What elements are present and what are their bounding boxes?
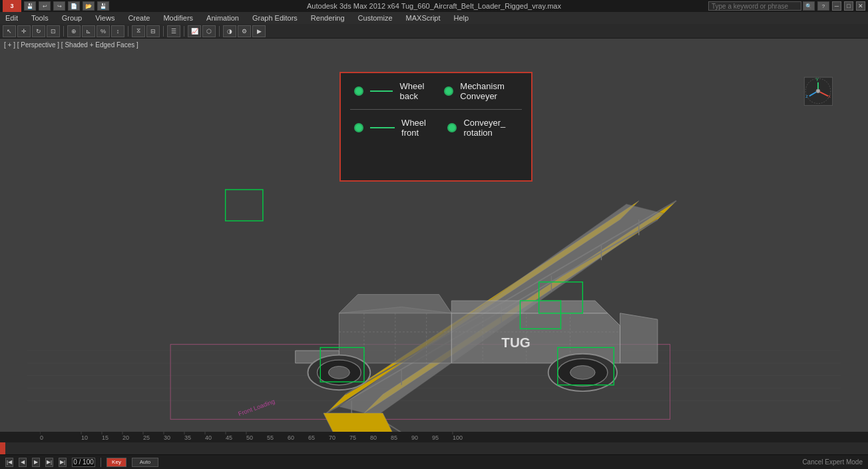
- save-icon[interactable]: 💾: [97, 1, 109, 11]
- svg-marker-40: [620, 313, 658, 363]
- menu-maxscript[interactable]: MAXScript: [403, 14, 443, 22]
- quick-access-icon[interactable]: 💾: [24, 1, 36, 11]
- menu-help[interactable]: Help: [451, 14, 472, 22]
- new-icon[interactable]: 📄: [68, 1, 80, 11]
- menu-edit[interactable]: Edit: [3, 14, 21, 22]
- percent-snap-tool[interactable]: %: [97, 25, 110, 37]
- svg-line-56: [809, 91, 818, 96]
- help-icon[interactable]: ?: [817, 1, 829, 11]
- svg-marker-29: [451, 301, 608, 313]
- legend-row-2: Wheel front Conveyer_ rotation: [341, 110, 531, 146]
- svg-rect-50: [539, 282, 583, 313]
- open-icon[interactable]: 📂: [83, 1, 95, 11]
- timeline-numbers-bar: 0 10 15 20 25 30 35 40 45 50 55 60 65 70…: [0, 432, 868, 442]
- next-frame-button[interactable]: ▶|: [45, 458, 53, 467]
- title-bar-left: 3 💾 ↩ ↪ 📄 📂 💾: [3, 0, 109, 12]
- viewport-label: [ + ] [ Perspective ] [ Shaded + Edged F…: [4, 41, 138, 49]
- toolbar-separator-1: [63, 26, 64, 37]
- current-frame-value: 0 / 100: [72, 458, 95, 467]
- svg-text:0: 0: [40, 434, 43, 441]
- spinner-snap-tool[interactable]: ↕: [111, 25, 124, 37]
- prev-frame-button[interactable]: ◀: [19, 458, 27, 467]
- svg-text:Front Loading: Front Loading: [238, 398, 276, 417]
- set-key-button[interactable]: Key: [107, 458, 126, 467]
- close-button[interactable]: ✕: [856, 1, 865, 11]
- svg-rect-51: [520, 301, 560, 329]
- app-logo: 3: [3, 0, 21, 12]
- svg-rect-53: [804, 77, 832, 105]
- legend-row-1: Wheel back Mechanism Conveyer: [341, 73, 531, 109]
- menu-modifiers[interactable]: Modifiers: [160, 14, 196, 22]
- scene-area: [ + ] [ Perspective ] [ Shaded + Edged F…: [0, 39, 868, 442]
- layer-manager[interactable]: ☰: [167, 25, 180, 37]
- svg-text:75: 75: [349, 434, 356, 441]
- svg-point-44: [308, 355, 370, 391]
- go-to-start-button[interactable]: |◀: [5, 458, 13, 467]
- title-bar: 3 💾 ↩ ↪ 📄 📂 💾 Autodesk 3ds Max 2012 x64 …: [0, 0, 868, 12]
- undo-icon[interactable]: ↩: [39, 1, 51, 11]
- timeline-thumb[interactable]: [0, 442, 5, 454]
- menu-customize[interactable]: Customize: [355, 14, 395, 22]
- schematic-view[interactable]: ⬡: [202, 25, 216, 37]
- minimize-button[interactable]: ─: [832, 1, 841, 11]
- menu-graph-editors[interactable]: Graph Editors: [250, 14, 300, 22]
- search-input[interactable]: [708, 1, 801, 11]
- maximize-button[interactable]: □: [844, 1, 853, 11]
- svg-text:65: 65: [308, 434, 315, 441]
- menu-tools[interactable]: Tools: [29, 14, 51, 22]
- svg-text:x: x: [828, 93, 831, 99]
- window-title: Autodesk 3ds Max 2012 x64 Tug_660_Aircra…: [307, 2, 561, 10]
- legend-label-wheel-back: Wheel back: [399, 81, 431, 101]
- svg-point-43: [570, 366, 596, 380]
- svg-text:35: 35: [184, 434, 191, 441]
- svg-line-10: [327, 220, 658, 413]
- menu-group[interactable]: Group: [59, 14, 85, 22]
- legend-circle-wheel-front: [354, 123, 363, 132]
- scale-tool[interactable]: ⊡: [47, 25, 60, 37]
- svg-rect-6: [170, 345, 670, 420]
- menu-animation[interactable]: Animation: [204, 14, 242, 22]
- svg-text:15: 15: [102, 434, 108, 441]
- play-button[interactable]: ▶: [32, 458, 40, 467]
- auto-key-button[interactable]: Auto: [132, 458, 158, 467]
- search-bar: 🔍: [708, 1, 815, 11]
- select-tool[interactable]: ↖: [3, 25, 16, 37]
- legend-label-mechanism: Mechanism Conveyer: [460, 81, 518, 101]
- rotate-tool[interactable]: ↻: [32, 25, 45, 37]
- svg-text:80: 80: [370, 434, 377, 441]
- search-button[interactable]: 🔍: [803, 1, 815, 11]
- mirror-tool[interactable]: ⧖: [132, 25, 145, 37]
- legend-circle-conveyer: [447, 123, 457, 132]
- move-tool[interactable]: ✛: [17, 25, 31, 37]
- svg-text:40: 40: [205, 434, 212, 441]
- svg-line-54: [818, 91, 828, 96]
- render-button[interactable]: ▶: [252, 25, 266, 37]
- svg-point-41: [548, 354, 617, 391]
- redo-icon[interactable]: ↪: [53, 1, 65, 11]
- svg-point-46: [328, 367, 349, 379]
- svg-marker-26: [339, 307, 451, 363]
- angle-snap-tool[interactable]: ⊾: [82, 25, 95, 37]
- menu-rendering[interactable]: Rendering: [308, 14, 347, 22]
- svg-point-45: [318, 360, 361, 385]
- svg-point-57: [816, 89, 820, 93]
- curve-editor[interactable]: 📈: [188, 25, 201, 37]
- viewport-main[interactable]: [ + ] [ Perspective ] [ Shaded + Edged F…: [0, 39, 868, 442]
- svg-marker-27: [339, 295, 451, 313]
- svg-text:30: 30: [164, 434, 170, 441]
- menu-create[interactable]: Create: [125, 14, 152, 22]
- go-to-end-button[interactable]: ▶|: [59, 458, 67, 467]
- align-tool[interactable]: ⊟: [146, 25, 160, 37]
- legend-line-wheel-front: [370, 127, 395, 128]
- svg-text:60: 60: [288, 434, 294, 441]
- title-bar-right: 🔍 ? ─ □ ✕: [708, 1, 865, 11]
- expert-mode-button[interactable]: Cancel Expert Mode: [802, 458, 863, 466]
- svg-rect-49: [226, 190, 263, 221]
- material-editor[interactable]: ◑: [223, 25, 236, 37]
- legend-circle-wheel-back: [354, 86, 363, 96]
- legend-line-wheel-back: [370, 90, 393, 92]
- render-setup[interactable]: ⚙: [238, 25, 251, 37]
- menu-views[interactable]: Views: [93, 14, 117, 22]
- timeline-slider[interactable]: [0, 442, 868, 454]
- snap-tool[interactable]: ⊕: [67, 25, 81, 37]
